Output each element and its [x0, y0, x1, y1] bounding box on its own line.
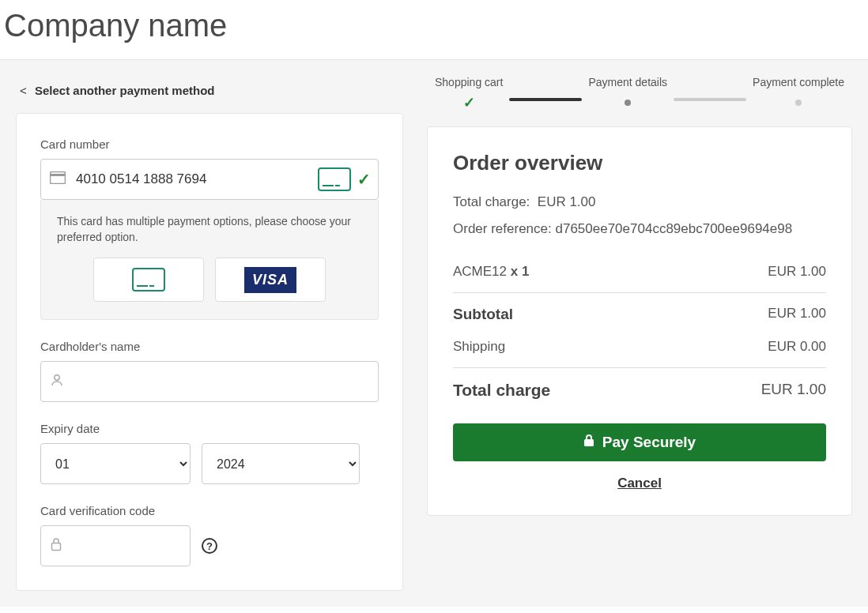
progress-step-payment: Payment details	[588, 76, 667, 111]
order-item-row: ACME12 x 1 EUR 1.00	[453, 256, 826, 288]
total-label: Total charge	[453, 381, 550, 400]
cardholder-input[interactable]	[40, 361, 379, 402]
shipping-label: Shipping	[453, 339, 505, 355]
option-visa[interactable]: VISA	[215, 258, 326, 302]
card-number-input-wrap: ✓	[40, 159, 379, 200]
cvv-help-icon[interactable]: ?	[202, 538, 217, 554]
svg-rect-0	[51, 172, 66, 184]
cvv-label: Card verification code	[40, 504, 379, 517]
progress-steps: Shopping cart ✓ Payment details Payment …	[427, 76, 852, 126]
card-outline-icon	[318, 167, 351, 191]
svg-point-2	[55, 375, 59, 380]
back-link[interactable]: < Select another payment method	[16, 76, 403, 113]
card-outline-icon	[132, 268, 165, 291]
progress-step-label: Payment details	[588, 76, 667, 88]
payment-form-card: Card number ✓ This card has multiple p	[16, 113, 403, 591]
cancel-link[interactable]: Cancel	[453, 476, 826, 491]
expiry-month-select[interactable]: 01	[40, 443, 191, 484]
expiry-year-select[interactable]: 2024	[202, 443, 360, 484]
progress-step-label: Shopping cart	[435, 76, 503, 88]
card-number-label: Card number	[40, 137, 379, 151]
overview-total-value: EUR 1.00	[538, 194, 596, 209]
card-valid-indicator: ✓	[318, 167, 371, 191]
order-item-qty: x 1	[511, 264, 530, 279]
left-column: < Select another payment method Card num…	[16, 76, 403, 591]
right-column: Shopping cart ✓ Payment details Payment …	[427, 76, 852, 591]
divider	[453, 292, 826, 293]
progress-line	[509, 98, 582, 101]
svg-rect-4	[584, 439, 594, 446]
dot-icon	[625, 100, 631, 106]
payment-options-box: This card has multiple payment options, …	[40, 200, 379, 320]
order-item-price: EUR 1.00	[768, 264, 826, 280]
order-overview-card: Order overview Total charge: EUR 1.00 Or…	[427, 126, 852, 516]
check-icon: ✓	[357, 170, 371, 189]
page-header: Company name	[0, 0, 868, 60]
subtotal-label: Subtotal	[453, 306, 513, 323]
progress-step-label: Payment complete	[753, 76, 844, 88]
cardholder-label: Cardholder's name	[40, 340, 379, 353]
overview-orderref-label: Order reference:	[453, 221, 552, 236]
dot-icon	[795, 100, 802, 106]
pay-securely-button[interactable]: Pay Securely	[453, 423, 826, 461]
overview-title: Order overview	[453, 151, 826, 175]
payment-options-message: This card has multiple payment options, …	[57, 214, 362, 245]
back-link-label: Select another payment method	[35, 84, 215, 97]
option-generic-card[interactable]	[93, 258, 204, 302]
overview-orderref-value: d7650ee70e704cc89ebc700ee9694e98	[555, 221, 792, 236]
credit-card-icon	[50, 171, 66, 187]
shipping-value: EUR 0.00	[768, 339, 826, 355]
pay-button-label: Pay Securely	[602, 434, 696, 451]
subtotal-row: Subtotal EUR 1.00	[453, 298, 826, 331]
progress-line	[674, 98, 746, 101]
chevron-left-icon: <	[20, 84, 27, 97]
order-item-name: ACME12	[453, 264, 507, 279]
subtotal-value: EUR 1.00	[768, 306, 826, 323]
page-body: < Select another payment method Card num…	[0, 60, 868, 607]
progress-step-complete: Payment complete	[753, 76, 844, 111]
company-title: Company name	[4, 8, 852, 43]
expiry-label: Expiry date	[40, 422, 379, 435]
overview-orderref-line: Order reference: d7650ee70e704cc89ebc700…	[453, 221, 826, 237]
total-value: EUR 1.00	[761, 381, 826, 400]
shipping-row: Shipping EUR 0.00	[453, 331, 826, 363]
lock-icon	[50, 537, 62, 555]
overview-total-line: Total charge: EUR 1.00	[453, 194, 826, 210]
person-icon	[50, 373, 64, 390]
check-icon: ✓	[463, 94, 475, 111]
cvv-input[interactable]	[40, 525, 191, 566]
svg-rect-3	[52, 543, 61, 551]
overview-total-label: Total charge:	[453, 194, 530, 209]
svg-rect-1	[50, 174, 66, 176]
divider	[453, 367, 826, 368]
total-row: Total charge EUR 1.00	[453, 373, 826, 408]
progress-step-cart: Shopping cart ✓	[435, 76, 503, 111]
lock-icon	[583, 434, 594, 451]
visa-icon: VISA	[244, 267, 296, 293]
